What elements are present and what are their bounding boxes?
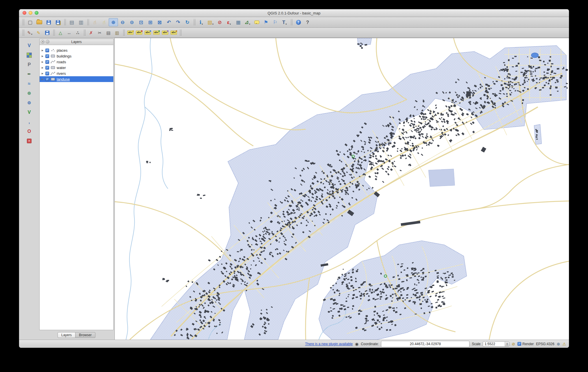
plugin-icon[interactable]: ◉ bbox=[355, 342, 358, 346]
map-canvas[interactable] bbox=[114, 38, 569, 340]
add-feature-button[interactable]: △ bbox=[56, 29, 65, 36]
panel-close-button[interactable]: ✕ bbox=[41, 40, 45, 44]
refresh-map-button[interactable]: ↻ bbox=[183, 18, 192, 26]
layer-visibility-checkbox[interactable]: ✓ bbox=[45, 72, 49, 75]
expand-arrow-icon[interactable]: ▶ bbox=[41, 78, 44, 81]
add-delimited-text-layer-button[interactable]: , bbox=[25, 118, 34, 126]
pin-unpin-labels-button[interactable]: abc bbox=[135, 29, 143, 36]
toggle-editing-button[interactable]: ✎ bbox=[34, 29, 43, 36]
new-bookmark-button[interactable]: ⚑ bbox=[261, 18, 271, 26]
panel-tab-layers[interactable]: Layers bbox=[58, 332, 75, 338]
open-attribute-table-button[interactable]: ▦ bbox=[234, 18, 243, 26]
close-window-button[interactable] bbox=[23, 11, 26, 15]
zoom-in-button[interactable]: ⊕ bbox=[109, 18, 118, 26]
zoom-native-button[interactable]: ⊙ bbox=[127, 18, 136, 26]
layer-item-water[interactable]: ▶✓water bbox=[40, 65, 113, 70]
identify-features-button[interactable]: ℹ▾ bbox=[197, 18, 206, 26]
zoom-to-layer-button[interactable]: ⊞ bbox=[146, 18, 155, 26]
select-features-button[interactable]: ▧▾ bbox=[206, 18, 215, 26]
layer-visibility-checkbox[interactable]: ✓ bbox=[45, 54, 49, 58]
run-feature-action-button[interactable]: ε▾ bbox=[224, 18, 234, 26]
open-project-button[interactable] bbox=[35, 18, 44, 26]
map-tips-button[interactable] bbox=[252, 18, 261, 26]
expand-arrow-icon[interactable]: ▶ bbox=[41, 66, 44, 69]
panel-tab-browser[interactable]: Browser bbox=[75, 332, 95, 338]
pan-map-button[interactable]: ☝ bbox=[90, 18, 99, 26]
node-tool-button[interactable]: ∴ bbox=[73, 29, 82, 36]
save-layer-edits-button[interactable] bbox=[43, 29, 51, 36]
help-button[interactable]: ? bbox=[294, 18, 303, 26]
measure-button[interactable]: ⊿▾ bbox=[243, 18, 252, 26]
polygon-symbol-icon bbox=[51, 66, 55, 69]
coordinate-input[interactable] bbox=[381, 341, 469, 347]
layer-visibility-checkbox[interactable]: ✓ bbox=[45, 66, 49, 70]
scale-lock-icon[interactable]: ⊘ bbox=[512, 342, 515, 346]
add-postgis-layer-button[interactable]: P bbox=[25, 61, 34, 68]
dropdown-caret-icon: ▾ bbox=[202, 23, 203, 26]
add-wms-layer-button[interactable]: ⊛ bbox=[25, 90, 34, 97]
layer-visibility-checkbox[interactable]: ✓ bbox=[45, 49, 49, 52]
new-project-icon: ▢ bbox=[28, 20, 32, 25]
add-mssql-layer-icon: ≈ bbox=[28, 81, 31, 86]
render-checkbox[interactable]: ✓ bbox=[517, 342, 521, 346]
zoom-full-button[interactable]: ⊡ bbox=[136, 18, 146, 26]
new-shapefile-layer-button[interactable]: V bbox=[25, 109, 34, 116]
zoom-next-button[interactable]: ↷ bbox=[173, 18, 183, 26]
layer-item-rivers[interactable]: ▶✓rivers bbox=[40, 70, 113, 76]
move-feature-button[interactable]: ↔ bbox=[65, 29, 73, 36]
whats-this-button[interactable]: ? bbox=[303, 18, 312, 26]
move-label-button[interactable]: abc bbox=[152, 29, 161, 36]
add-vector-layer-button[interactable]: V bbox=[25, 42, 34, 49]
minimize-window-button[interactable] bbox=[29, 11, 32, 15]
pan-to-selection-button[interactable]: ☝ bbox=[99, 18, 109, 26]
add-spatialite-layer-button[interactable]: ✒ bbox=[25, 70, 34, 78]
zoom-out-button[interactable]: ⊖ bbox=[118, 18, 127, 26]
expand-arrow-icon[interactable]: ▶ bbox=[41, 49, 44, 52]
crs-selector-icon[interactable]: ⊕ bbox=[557, 342, 560, 346]
new-plugin-link[interactable]: There is a new plugin available bbox=[305, 342, 353, 346]
current-edits-button[interactable]: ✎▾ bbox=[25, 29, 34, 36]
paste-features-button[interactable]: ▥ bbox=[113, 29, 121, 36]
deselect-features-button[interactable]: ⊘ bbox=[215, 18, 224, 26]
highlight-pinned-labels-button[interactable]: abc bbox=[143, 29, 152, 36]
new-project-button[interactable]: ▢ bbox=[25, 18, 35, 26]
delete-selected-button[interactable]: ✗ bbox=[87, 29, 95, 36]
add-wfs-layer-button[interactable]: ⊚ bbox=[25, 99, 34, 107]
add-mssql-layer-button[interactable]: ≈ bbox=[25, 80, 34, 88]
panel-detach-button[interactable]: ◻ bbox=[46, 40, 49, 44]
expand-arrow-icon[interactable]: ▶ bbox=[41, 61, 44, 63]
save-project-as-button[interactable] bbox=[53, 18, 62, 26]
layer-visibility-checkbox[interactable]: ✓ bbox=[45, 60, 49, 64]
crs-status-text: EPSG:4326 bbox=[536, 342, 554, 346]
rotate-label-button[interactable]: abc bbox=[161, 29, 169, 36]
log-messages-icon[interactable]: ⚠ bbox=[562, 342, 566, 346]
save-project-button[interactable] bbox=[44, 18, 53, 26]
change-label-button[interactable]: abc bbox=[169, 29, 178, 36]
remove-layer-button[interactable]: ✕ bbox=[25, 137, 34, 145]
cut-features-button[interactable]: ✂ bbox=[95, 29, 104, 36]
add-oracle-layer-button[interactable]: O bbox=[25, 128, 34, 135]
label-accent-dot bbox=[167, 30, 169, 32]
layer-item-places[interactable]: ▶✓places bbox=[40, 47, 113, 53]
composer-manager-button[interactable]: ▥ bbox=[76, 18, 86, 26]
layer-item-landuse[interactable]: ▶✓landuse bbox=[40, 76, 113, 82]
layer-labeling-button[interactable]: abc bbox=[126, 29, 135, 36]
layer-item-buildings[interactable]: ▶✓buildings bbox=[40, 53, 113, 59]
layer-item-roads[interactable]: ▶✓roads bbox=[40, 59, 113, 65]
add-feature-icon: △ bbox=[59, 31, 62, 35]
deselect-features-icon: ⊘ bbox=[218, 20, 222, 25]
zoom-to-selection-button[interactable]: ⊠ bbox=[155, 18, 164, 26]
zoom-last-button[interactable]: ↶ bbox=[164, 18, 173, 26]
zoom-window-button[interactable] bbox=[35, 11, 38, 15]
add-raster-layer-button[interactable] bbox=[25, 51, 34, 59]
new-print-composer-button[interactable]: ▤ bbox=[67, 18, 76, 26]
layer-visibility-checkbox[interactable]: ✓ bbox=[45, 77, 49, 81]
scale-combo[interactable]: 1:5522 ▲▼ bbox=[483, 341, 509, 347]
text-annotation-button[interactable]: T▾ bbox=[280, 18, 289, 26]
copy-features-button[interactable]: ▤ bbox=[104, 29, 113, 36]
render-toggle[interactable]: ✓ Render bbox=[517, 342, 534, 346]
expand-arrow-icon[interactable]: ▶ bbox=[41, 72, 44, 75]
expand-arrow-icon[interactable]: ▶ bbox=[41, 55, 44, 57]
scale-stepper-icon[interactable]: ▲▼ bbox=[505, 342, 509, 346]
show-bookmarks-button[interactable]: ⚐ bbox=[271, 18, 280, 26]
